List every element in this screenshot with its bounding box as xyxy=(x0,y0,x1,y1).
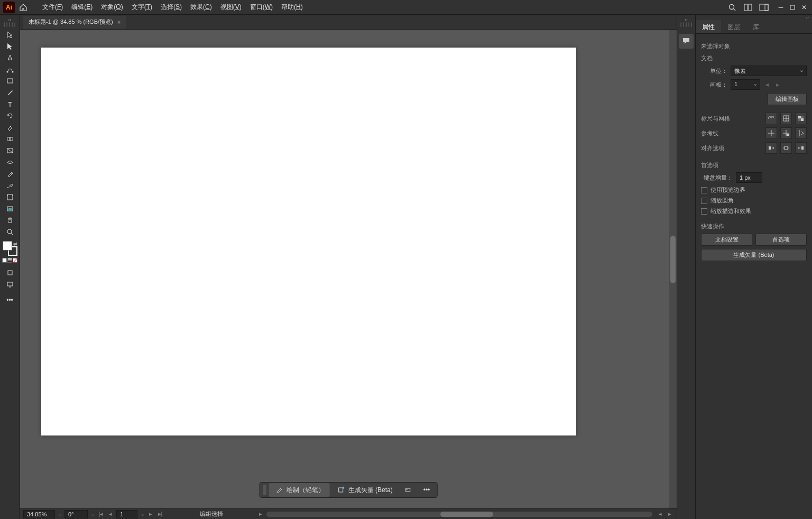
taskbar-pin-button[interactable] xyxy=(399,484,417,496)
smart-guides-toggle[interactable] xyxy=(795,127,807,139)
artboard-next-btn[interactable]: ▸ xyxy=(774,81,781,88)
edit-artboards-button[interactable]: 编辑画板 xyxy=(768,93,807,105)
artboard-last[interactable]: ▸| xyxy=(156,511,164,518)
paintbrush-tool[interactable] xyxy=(3,87,17,98)
tab-properties[interactable]: 属性 xyxy=(696,20,721,33)
artboard-first[interactable]: |◂ xyxy=(97,511,105,518)
taskbar-grip[interactable] xyxy=(263,485,266,495)
canvas[interactable]: 绘制（铅笔） ✦ 生成矢量 (Beta) ••• xyxy=(20,30,677,508)
units-label: 单位： xyxy=(701,67,727,75)
units-select[interactable]: 像素 xyxy=(731,66,807,76)
scale-corners-checkbox[interactable]: 缩放圆角 xyxy=(701,197,807,205)
status-mode: 编组选择 xyxy=(200,510,223,518)
status-more[interactable]: ▸ xyxy=(259,511,262,517)
document-tab[interactable]: 未标题-1 @ 34.85 % (RGB/预览) × xyxy=(23,16,126,29)
guides-lock-toggle[interactable] xyxy=(780,127,792,139)
home-icon[interactable] xyxy=(19,3,27,12)
shape-builder-tool[interactable] xyxy=(3,133,17,145)
transparency-grid-toggle[interactable] xyxy=(795,113,807,124)
svg-rect-6 xyxy=(790,5,795,10)
menu-c[interactable]: 效果(C) xyxy=(186,1,216,14)
scrollbar-horizontal[interactable] xyxy=(266,512,652,517)
dock-expand[interactable]: ‹‹ xyxy=(677,17,695,22)
direct-selection-tool[interactable] xyxy=(3,40,17,52)
maximize-button[interactable] xyxy=(788,4,797,11)
sparkle-icon: ✦ xyxy=(336,485,346,495)
color-mode-row[interactable] xyxy=(2,258,17,263)
draw-pencil-button[interactable]: 绘制（铅笔） xyxy=(269,483,330,497)
use-preview-bounds-checkbox[interactable]: 使用预览边界 xyxy=(701,186,807,194)
rectangle-tool[interactable] xyxy=(3,75,17,87)
pencil-icon xyxy=(274,485,284,495)
svg-rect-5 xyxy=(765,4,768,11)
curvature-tool[interactable] xyxy=(3,63,17,75)
menu-e[interactable]: 编辑(E) xyxy=(67,1,97,14)
menu-w[interactable]: 窗口(W) xyxy=(246,1,277,14)
guides-toggle[interactable] xyxy=(765,127,777,139)
scale-strokes-checkbox[interactable]: 缩放描边和效果 xyxy=(701,207,807,215)
svg-line-1 xyxy=(734,9,735,11)
snap-grid-toggle[interactable] xyxy=(795,142,807,154)
selection-tool[interactable] xyxy=(3,29,17,40)
width-tool[interactable] xyxy=(3,156,17,168)
search-icon[interactable] xyxy=(726,3,738,12)
gradient-tool[interactable] xyxy=(3,145,17,156)
eyedropper-tool[interactable] xyxy=(3,168,17,180)
keyboard-increment-input[interactable] xyxy=(736,172,762,183)
arrange-icon[interactable] xyxy=(742,3,754,12)
snap-point-toggle[interactable] xyxy=(780,142,792,154)
taskbar-more-button[interactable]: ••• xyxy=(418,484,436,496)
scroll-right-btn[interactable]: ▸ xyxy=(666,511,673,518)
menu-v[interactable]: 视图(V) xyxy=(216,1,246,14)
artboard-nav-field[interactable]: 1 xyxy=(116,510,137,518)
dock-grip[interactable]: ┃┃┃┃┃ xyxy=(680,22,693,27)
menu-s[interactable]: 选择(S) xyxy=(156,1,186,14)
menu-f[interactable]: 文件(F) xyxy=(38,1,67,14)
eraser-tool[interactable] xyxy=(3,122,17,133)
toolbar-grip[interactable]: ┃┃┃┃┃ xyxy=(3,22,16,27)
close-button[interactable]: ✕ xyxy=(799,4,809,11)
workspace-icon[interactable] xyxy=(758,3,770,12)
grid-toggle[interactable] xyxy=(780,113,792,124)
minimize-button[interactable]: ─ xyxy=(776,4,786,11)
fill-stroke-control[interactable]: ⇄ xyxy=(3,241,17,256)
draw-mode-tool[interactable] xyxy=(3,267,17,279)
menu-o[interactable]: 对象(O) xyxy=(97,1,127,14)
artboard-tool[interactable] xyxy=(3,191,17,203)
comments-panel-icon[interactable] xyxy=(679,34,694,49)
artboard-prev[interactable]: ◂ xyxy=(107,511,114,518)
edit-toolbar[interactable]: ••• xyxy=(3,294,17,306)
rotation-field[interactable]: 0° xyxy=(64,510,88,518)
svg-rect-30 xyxy=(798,116,801,118)
scrollbar-vertical[interactable] xyxy=(669,30,677,508)
generate-vector-button[interactable]: ✦ 生成矢量 (Beta) xyxy=(331,483,398,497)
place-tool[interactable] xyxy=(3,203,17,215)
panel-collapse[interactable]: ›› xyxy=(696,15,812,20)
scroll-left-btn[interactable]: ◂ xyxy=(657,511,664,518)
tab-close-icon[interactable]: × xyxy=(117,19,121,25)
zoom-tool[interactable] xyxy=(3,226,17,238)
menu-h[interactable]: 帮助(H) xyxy=(277,1,307,14)
screen-mode-tool[interactable] xyxy=(3,279,17,290)
menu-t[interactable]: 文字(T) xyxy=(127,1,156,14)
ruler-toggle[interactable] xyxy=(765,113,777,124)
document-setup-button[interactable]: 文档设置 xyxy=(701,234,752,246)
artboard-next[interactable]: ▸ xyxy=(147,511,154,518)
tab-libraries[interactable]: 库 xyxy=(746,20,765,33)
artboard-select[interactable]: 1 xyxy=(731,79,760,90)
rotate-tool[interactable] xyxy=(3,110,17,122)
generate-vector-panel-button[interactable]: 生成矢量 (Beta) xyxy=(701,249,807,261)
preferences-button[interactable]: 首选项 xyxy=(755,234,807,246)
zoom-field[interactable]: 34.85% xyxy=(23,510,55,518)
pen-tool[interactable] xyxy=(3,52,17,63)
artboard-prev-btn[interactable]: ◂ xyxy=(763,81,771,88)
toolbar-expand[interactable]: ›› xyxy=(0,17,20,22)
svg-rect-20 xyxy=(8,208,12,210)
prefs-section-label: 首选项 xyxy=(701,161,807,169)
type-tool[interactable]: T xyxy=(3,98,17,110)
snap-pixel-toggle[interactable] xyxy=(765,142,777,154)
tab-layers[interactable]: 图层 xyxy=(721,20,746,33)
hand-tool[interactable] xyxy=(3,215,17,226)
artboard[interactable] xyxy=(41,48,576,435)
symbol-sprayer-tool[interactable] xyxy=(3,180,17,191)
